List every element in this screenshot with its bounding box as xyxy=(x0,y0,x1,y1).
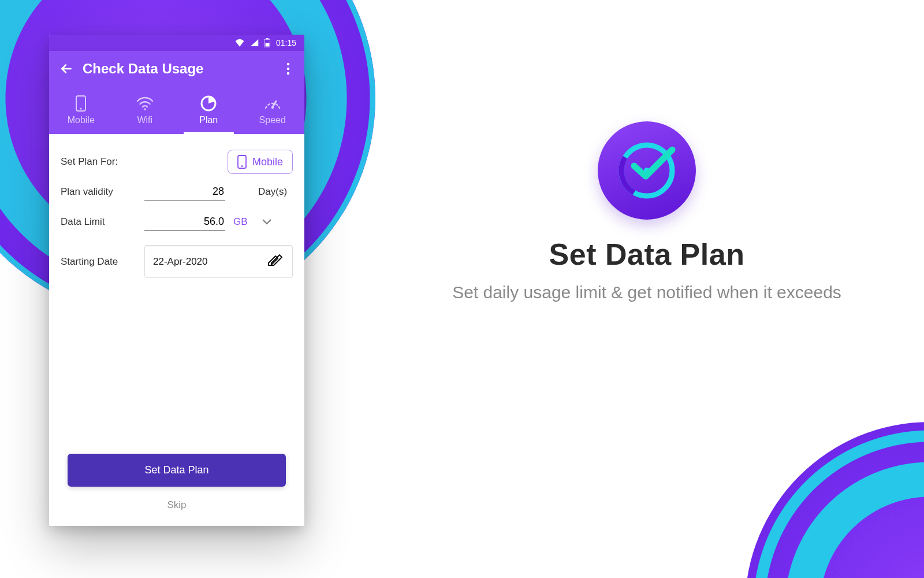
signal-status-icon xyxy=(250,39,259,47)
overflow-menu-button[interactable] xyxy=(281,62,295,75)
plan-icon xyxy=(200,95,217,112)
plan-target-value: Mobile xyxy=(252,156,283,168)
starting-date-field[interactable]: 22-Apr-2020 xyxy=(144,245,293,278)
svg-rect-1 xyxy=(266,38,269,39)
chevron-down-icon xyxy=(262,219,271,225)
skip-button[interactable]: Skip xyxy=(68,499,286,511)
app-bar: Check Data Usage xyxy=(49,51,304,87)
plan-validity-unit: Day(s) xyxy=(258,186,293,198)
tab-label: Wifi xyxy=(137,115,152,125)
data-limit-label: Data Limit xyxy=(61,216,144,228)
promo-panel: Set Data Plan Set daily usage limit & ge… xyxy=(416,121,878,305)
tab-mobile[interactable]: Mobile xyxy=(49,87,113,134)
wifi-status-icon xyxy=(235,39,244,47)
tab-label: Plan xyxy=(199,115,218,125)
promo-subtitle: Set daily usage limit & get notified whe… xyxy=(452,281,841,305)
promo-title: Set Data Plan xyxy=(549,237,745,272)
data-limit-unit: GB xyxy=(233,216,251,228)
mobile-icon xyxy=(75,95,87,112)
app-title: Check Data Usage xyxy=(74,61,281,77)
back-button[interactable] xyxy=(58,61,74,76)
decorative-circle-bottom xyxy=(745,422,924,578)
plan-validity-label: Plan validity xyxy=(61,186,144,198)
tab-label: Mobile xyxy=(68,115,95,125)
svg-point-5 xyxy=(287,72,290,75)
plan-target-selector[interactable]: Mobile xyxy=(228,150,293,174)
status-time: 01:15 xyxy=(276,38,296,47)
battery-status-icon xyxy=(264,38,270,47)
svg-point-4 xyxy=(287,68,290,71)
edit-date-icon xyxy=(266,253,284,271)
starting-date-value: 22-Apr-2020 xyxy=(153,256,208,268)
wifi-icon xyxy=(136,95,154,112)
plan-form: Set Plan For: Mobile Plan validity Day(s… xyxy=(49,134,304,286)
svg-point-8 xyxy=(144,108,146,110)
set-plan-for-label: Set Plan For: xyxy=(61,156,144,168)
status-bar: 01:15 xyxy=(49,35,304,51)
starting-date-label: Starting Date xyxy=(61,256,144,268)
tab-wifi[interactable]: Wifi xyxy=(113,87,177,134)
tab-label: Speed xyxy=(259,115,286,125)
svg-point-7 xyxy=(80,108,82,109)
tab-plan[interactable]: Plan xyxy=(177,87,241,134)
plan-validity-input[interactable] xyxy=(144,183,225,201)
tab-bar: Mobile Wifi Plan Speed xyxy=(49,87,304,134)
app-logo xyxy=(598,121,696,220)
svg-point-10 xyxy=(271,106,274,109)
svg-point-12 xyxy=(241,165,243,167)
tab-speed[interactable]: Speed xyxy=(241,87,305,134)
phone-mockup: 01:15 Check Data Usage Mobile Wifi P xyxy=(49,35,304,526)
data-limit-unit-dropdown[interactable] xyxy=(259,217,275,227)
speed-icon xyxy=(264,95,281,112)
svg-rect-2 xyxy=(265,43,269,47)
mobile-icon xyxy=(237,155,247,169)
set-data-plan-button[interactable]: Set Data Plan xyxy=(68,454,286,487)
svg-point-3 xyxy=(287,63,290,66)
data-limit-input[interactable] xyxy=(144,213,225,231)
